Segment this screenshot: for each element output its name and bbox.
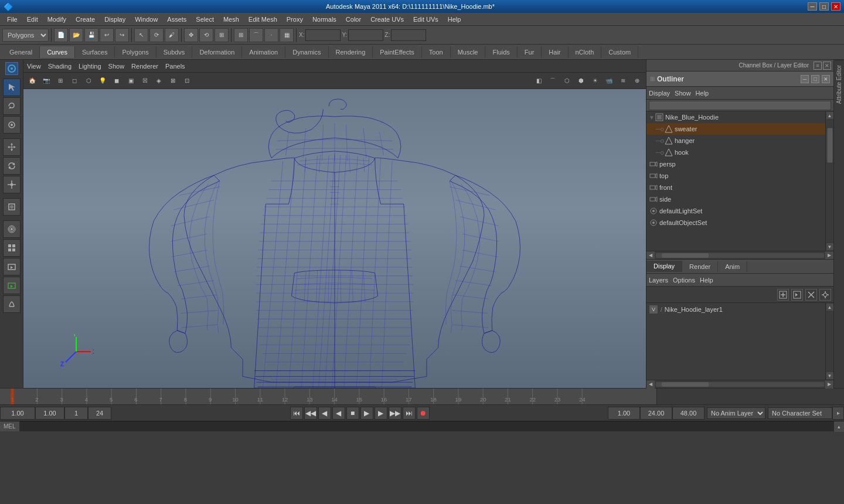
vp-wireframe-btn[interactable]: ◻: [68, 74, 81, 87]
vp-cam-icon-btn[interactable]: 📹: [603, 74, 615, 87]
tab-rendering[interactable]: Rendering: [329, 46, 373, 58]
viewport-menu-shading[interactable]: Shading: [48, 63, 72, 70]
layer-settings-btn[interactable]: [819, 289, 831, 301]
vp-msaa-btn[interactable]: ⊠: [166, 74, 179, 87]
vp-light-icon-btn[interactable]: ☀: [588, 74, 601, 87]
layer-tab-render[interactable]: Render: [682, 261, 718, 272]
open-scene-button[interactable]: 📂: [69, 28, 83, 42]
tab-toon[interactable]: Toon: [422, 46, 451, 58]
attr-editor-tab[interactable]: Attribute Editor: [835, 60, 843, 108]
tab-deformation[interactable]: Deformation: [192, 46, 242, 58]
vp-subdiv-btn[interactable]: ⊡: [181, 74, 193, 87]
ipr-render-tool[interactable]: [3, 277, 21, 294]
layer-delete-btn[interactable]: [805, 289, 817, 301]
menu-edit-uvs[interactable]: Edit UVs: [409, 15, 443, 24]
tab-fluids[interactable]: Fluids: [485, 46, 517, 58]
z-coord-input[interactable]: [391, 29, 426, 41]
playback-max-time[interactable]: [672, 407, 705, 420]
snap-grid[interactable]: ⊞: [234, 28, 248, 42]
vp-shaded-btn[interactable]: ◼: [110, 74, 123, 87]
layer-hscroll-left[interactable]: ◀: [646, 380, 655, 389]
vp-hide-obj-btn[interactable]: ◧: [532, 74, 545, 87]
maximize-button[interactable]: □: [819, 2, 829, 11]
tab-painteffects[interactable]: PaintEffects: [373, 46, 422, 58]
viewport-canvas[interactable]: .wire { stroke: #1a1a9a; stroke-width: 0…: [23, 89, 646, 388]
time-ruler-area[interactable]: 1 2 3 4 5 6 7 8 9 10 11 12 13 1: [0, 389, 656, 404]
menu-window[interactable]: Window: [130, 15, 162, 24]
vp-smooth-btn[interactable]: ⬡: [82, 74, 95, 87]
scale-tool[interactable]: ⊞: [215, 28, 229, 42]
tab-custom[interactable]: Custom: [601, 46, 638, 58]
menu-assets[interactable]: Assets: [162, 15, 191, 24]
viewport-menu-lighting[interactable]: Lighting: [79, 63, 101, 70]
cb-settings-btn[interactable]: ≡: [814, 62, 822, 70]
show-manip-tool[interactable]: [3, 198, 21, 216]
outliner-maximize-btn[interactable]: □: [811, 75, 819, 83]
rotate-tool[interactable]: ⟲: [199, 28, 213, 42]
pb-step-fwd[interactable]: ▶▶: [389, 407, 401, 420]
scroll-up-arrow[interactable]: ▲: [826, 111, 834, 120]
redo-button[interactable]: ↪: [115, 28, 129, 42]
tab-curves[interactable]: Curves: [40, 46, 75, 58]
outliner-menu-display[interactable]: Display: [649, 90, 670, 97]
outliner-minimize-btn[interactable]: ─: [801, 75, 809, 83]
tab-ncloth[interactable]: nCloth: [569, 46, 602, 58]
tab-surfaces[interactable]: Surfaces: [75, 46, 115, 58]
scroll-thumb[interactable]: [827, 128, 833, 163]
minimize-button[interactable]: ─: [808, 2, 817, 11]
layer-new-render-btn[interactable]: [791, 289, 803, 301]
render-view-tool[interactable]: [3, 258, 21, 275]
tab-dynamics[interactable]: Dynamics: [285, 46, 328, 58]
menu-color[interactable]: Color: [341, 15, 366, 24]
soft-select-tool[interactable]: [3, 220, 21, 238]
vp-poly-btn[interactable]: ⬢: [574, 74, 587, 87]
layer-item-default[interactable]: V / Nike_Hoodie_layer1: [646, 303, 825, 316]
layer-menu-help[interactable]: Help: [700, 277, 713, 284]
menu-modify[interactable]: Modify: [43, 15, 71, 24]
menu-select[interactable]: Select: [191, 15, 219, 24]
menu-normals[interactable]: Normals: [308, 15, 341, 24]
save-scene-button[interactable]: 💾: [84, 28, 98, 42]
menu-edit[interactable]: Edit: [22, 15, 43, 24]
snap-curve[interactable]: ⌒: [249, 28, 263, 42]
lasso-tool[interactable]: ⟳: [149, 28, 164, 42]
outliner-item-hook[interactable]: ─o hook: [646, 147, 825, 158]
outliner-vscrollbar[interactable]: ▲ ▼: [825, 111, 833, 251]
vp-texture-btn[interactable]: ▣: [124, 74, 137, 87]
scale-tool-left[interactable]: [3, 176, 21, 193]
menu-mesh[interactable]: Mesh: [219, 15, 244, 24]
pb-prev-frame[interactable]: ◀: [318, 407, 331, 420]
vp-deformer-btn[interactable]: ≋: [617, 74, 629, 87]
close-button[interactable]: ✕: [831, 2, 840, 11]
vp-light-btn[interactable]: 💡: [96, 74, 109, 87]
pref-btn[interactable]: ▸: [832, 407, 844, 420]
menu-proxy[interactable]: Proxy: [282, 15, 308, 24]
move-tool[interactable]: ✥: [184, 28, 198, 42]
viewport-menu-renderer[interactable]: Renderer: [131, 63, 158, 70]
outliner-item-top[interactable]: top: [646, 170, 825, 182]
paint-select-tool[interactable]: [3, 116, 21, 134]
menu-file[interactable]: File: [2, 15, 22, 24]
menu-help[interactable]: Help: [443, 15, 466, 24]
menu-display[interactable]: Display: [100, 15, 130, 24]
new-scene-button[interactable]: 📄: [54, 28, 68, 42]
cb-close-btn[interactable]: ✕: [823, 62, 831, 70]
tab-general[interactable]: General: [2, 46, 40, 58]
outliner-item-hanger[interactable]: ─o hanger: [646, 135, 825, 147]
layer-menu-options[interactable]: Options: [673, 277, 695, 284]
tab-hair[interactable]: Hair: [542, 46, 568, 58]
vp-nurbs-btn[interactable]: ⬡: [560, 74, 573, 87]
outliner-item-side[interactable]: side: [646, 193, 825, 205]
viewport-menu-view[interactable]: View: [27, 63, 41, 70]
cmd-input-field[interactable]: [20, 421, 833, 431]
outliner-item-nike-blue-hoodie[interactable]: ▼ Nike_Blue_Hoodie: [646, 111, 825, 123]
layer-tab-anim[interactable]: Anim: [718, 261, 747, 272]
layer-tab-display[interactable]: Display: [646, 261, 682, 272]
layer-menu-layers[interactable]: Layers: [649, 277, 668, 284]
outliner-close-btn[interactable]: ✕: [822, 75, 830, 83]
playback-range-end[interactable]: [640, 407, 672, 420]
pb-play-back[interactable]: ◀: [332, 407, 345, 420]
frame-indicator[interactable]: [64, 407, 88, 420]
hscroll-thumb[interactable]: [662, 253, 709, 258]
vp-home-btn[interactable]: 🏠: [26, 74, 39, 87]
